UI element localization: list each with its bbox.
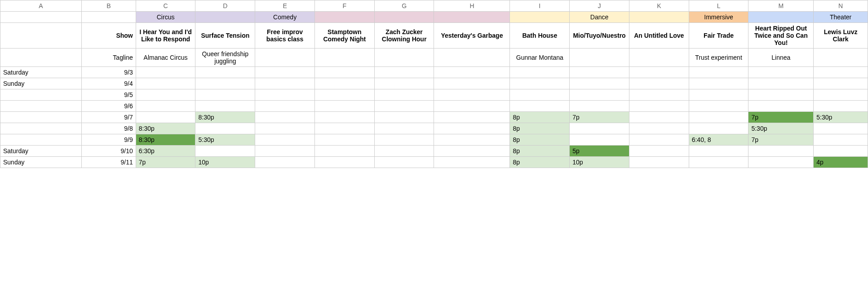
time-cell[interactable]: 6:40, 8 (689, 134, 748, 146)
empty-cell[interactable] (195, 67, 255, 78)
column-header-D[interactable]: D (195, 0, 255, 12)
tagline-N[interactable] (814, 49, 868, 67)
empty-cell[interactable] (255, 146, 315, 157)
category-cell-N[interactable]: Theater (814, 12, 868, 23)
empty-cell[interactable] (814, 146, 868, 157)
category-cell-C[interactable]: Circus (136, 12, 195, 23)
time-cell[interactable]: 7p (136, 157, 195, 168)
show-name-I[interactable]: Bath House (510, 23, 570, 49)
tagline-H[interactable] (434, 49, 510, 67)
empty-cell[interactable] (374, 146, 434, 157)
empty-cell[interactable] (748, 67, 814, 78)
empty-cell[interactable] (689, 146, 748, 157)
show-name-G[interactable]: Zach Zucker Clowning Hour (374, 23, 434, 49)
empty-cell[interactable] (434, 101, 510, 112)
column-header-C[interactable]: C (136, 0, 195, 12)
empty-cell[interactable] (510, 67, 570, 78)
empty-cell[interactable] (689, 157, 748, 168)
tagline-L[interactable]: Trust experiment (689, 49, 748, 67)
empty-cell[interactable] (570, 78, 629, 89)
day-label[interactable] (0, 134, 82, 146)
day-label[interactable] (0, 89, 82, 101)
empty-cell[interactable] (689, 67, 748, 78)
time-cell[interactable]: 7p (570, 112, 629, 123)
time-cell[interactable]: 8p (510, 112, 570, 123)
column-header-I[interactable]: I (510, 0, 570, 12)
empty-cell[interactable] (629, 123, 689, 134)
category-cell-I[interactable] (510, 12, 570, 23)
column-header-B[interactable]: B (82, 0, 136, 12)
time-cell[interactable]: 8:30p (195, 112, 255, 123)
time-cell[interactable]: 8:30p (136, 123, 195, 134)
empty-cell[interactable] (374, 157, 434, 168)
empty-cell[interactable] (629, 101, 689, 112)
date-label[interactable]: 9/7 (82, 112, 136, 123)
empty-cell[interactable] (195, 123, 255, 134)
time-cell[interactable]: 4p (814, 157, 868, 168)
time-cell[interactable]: 5:30p (748, 123, 814, 134)
date-label[interactable]: 9/9 (82, 134, 136, 146)
empty-cell[interactable] (510, 78, 570, 89)
empty-cell[interactable] (314, 78, 374, 89)
show-name-K[interactable]: An Untitled Love (629, 23, 689, 49)
tagline-D[interactable]: Queer friendship juggling (195, 49, 255, 67)
empty-cell[interactable] (510, 101, 570, 112)
category-cell-H[interactable] (434, 12, 510, 23)
empty-cell[interactable] (314, 134, 374, 146)
empty-cell[interactable] (314, 157, 374, 168)
empty-cell[interactable] (136, 67, 195, 78)
date-label[interactable]: 9/8 (82, 123, 136, 134)
empty-cell[interactable] (255, 112, 315, 123)
empty-cell[interactable] (195, 101, 255, 112)
empty-cell[interactable] (255, 67, 315, 78)
empty-cell[interactable] (374, 89, 434, 101)
show-name-F[interactable]: Stamptown Comedy Night (314, 23, 374, 49)
day-label[interactable] (0, 112, 82, 123)
empty-cell[interactable] (195, 89, 255, 101)
tagline-row-label[interactable]: Tagline (82, 49, 136, 67)
empty-cell[interactable] (434, 134, 510, 146)
category-cell-K[interactable] (629, 12, 689, 23)
empty-cell[interactable] (570, 123, 629, 134)
tagline-F[interactable] (314, 49, 374, 67)
time-cell[interactable]: 7p (748, 134, 814, 146)
column-header-F[interactable]: F (314, 0, 374, 12)
column-header-L[interactable]: L (689, 0, 748, 12)
category-cell-F[interactable] (314, 12, 374, 23)
time-cell[interactable]: 10p (570, 157, 629, 168)
show-name-J[interactable]: Mio/Tuyo/Nuestro (570, 23, 629, 49)
empty-cell[interactable] (689, 123, 748, 134)
empty-cell[interactable] (689, 101, 748, 112)
empty-cell[interactable] (570, 101, 629, 112)
time-cell[interactable]: 10p (195, 157, 255, 168)
empty-cell[interactable] (510, 89, 570, 101)
empty-cell[interactable] (136, 78, 195, 89)
empty-cell[interactable] (195, 78, 255, 89)
day-label[interactable]: Saturday (0, 67, 82, 78)
column-header-J[interactable]: J (570, 0, 629, 12)
empty-cell[interactable] (255, 101, 315, 112)
empty-cell[interactable] (629, 78, 689, 89)
empty-cell[interactable] (434, 146, 510, 157)
empty-cell[interactable] (136, 89, 195, 101)
day-label[interactable]: Sunday (0, 157, 82, 168)
empty-cell[interactable] (314, 67, 374, 78)
column-header-G[interactable]: G (374, 0, 434, 12)
empty-cell[interactable] (374, 78, 434, 89)
category-cell-J[interactable]: Dance (570, 12, 629, 23)
empty-cell[interactable] (689, 112, 748, 123)
empty-cell[interactable] (434, 123, 510, 134)
empty-cell[interactable] (570, 134, 629, 146)
empty-cell[interactable] (314, 101, 374, 112)
category-cell-B[interactable] (82, 12, 136, 23)
show-name-C[interactable]: I Hear You and I'd Like to Respond (136, 23, 195, 49)
empty-cell[interactable] (434, 67, 510, 78)
show-name-N[interactable]: Lewis Luvz Clark (814, 23, 868, 49)
empty-cell[interactable] (255, 78, 315, 89)
empty-cell[interactable] (374, 123, 434, 134)
empty-cell[interactable] (255, 89, 315, 101)
date-label[interactable]: 9/5 (82, 89, 136, 101)
tagline-row-A[interactable] (0, 49, 82, 67)
empty-cell[interactable] (314, 112, 374, 123)
empty-cell[interactable] (314, 146, 374, 157)
